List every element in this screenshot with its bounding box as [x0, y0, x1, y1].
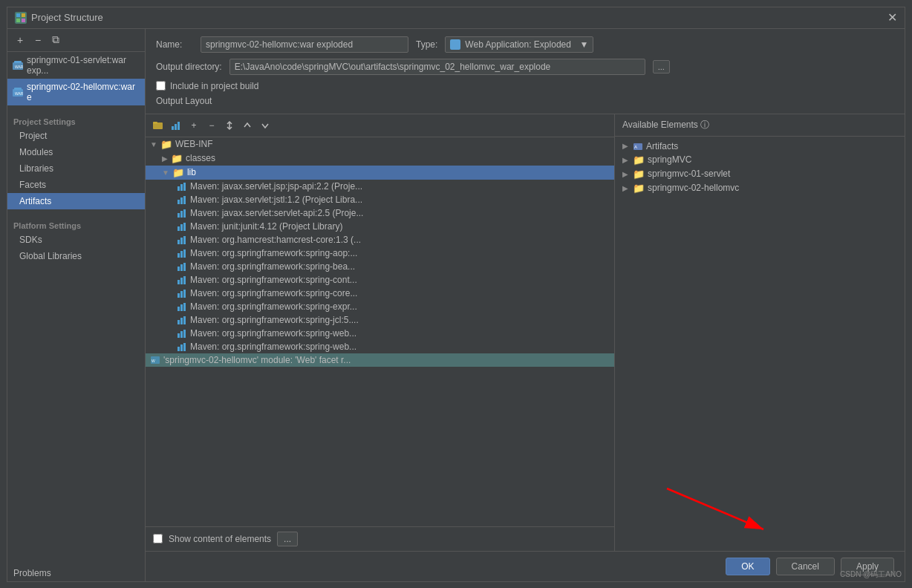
layout-remove-btn[interactable]: − — [203, 117, 220, 134]
tree-item-maven-13[interactable]: Maven: org.springframework:spring-web... — [146, 340, 614, 353]
avail-item-springmvc02[interactable]: ▶ 📁 springmvc-02-hellomvc — [615, 181, 905, 195]
sidebar-item-project[interactable]: Project — [7, 128, 145, 144]
avail-springmvc-label: springMVC — [648, 154, 691, 165]
springmvc-folder-icon: 📁 — [633, 154, 645, 166]
maven-label-6: Maven: org.springframework:spring-aop:..… — [190, 248, 357, 258]
copy-artifact-button[interactable]: ⧉ — [48, 32, 64, 48]
sidebar-item-facets[interactable]: Facets — [7, 177, 145, 193]
tree-item-maven-9[interactable]: Maven: org.springframework:spring-core..… — [146, 287, 614, 300]
watermark: CSDN @码工ANO — [840, 569, 902, 580]
sidebar-item-global-libraries[interactable]: Global Libraries — [7, 248, 145, 264]
webinf-expand-arrow[interactable]: ▼ — [150, 140, 157, 148]
add-artifact-button[interactable]: + — [12, 32, 28, 48]
tree-item-classes[interactable]: ▶ 📁 classes — [146, 151, 614, 166]
artifacts-expand-arrow[interactable]: ▶ — [622, 142, 628, 150]
name-input[interactable] — [201, 36, 408, 53]
avail-artifacts-label: Artifacts — [646, 141, 678, 151]
layout-down-btn[interactable] — [257, 117, 273, 134]
tree-item-maven-12[interactable]: Maven: org.springframework:spring-web... — [146, 327, 614, 340]
artifact-item-1[interactable]: WAR springmvc-01-servlet:war exp... — [7, 52, 145, 79]
artifact-item-2[interactable]: WAR springmvc-02-hellomvc:war e — [7, 79, 145, 105]
classes-expand-arrow[interactable]: ▶ — [162, 154, 168, 163]
springmvc02-expand-arrow[interactable]: ▶ — [622, 184, 628, 192]
sidebar-item-problems[interactable]: Problems — [7, 565, 145, 581]
artifact-icon-1: WAR — [12, 59, 24, 71]
svg-rect-41 — [180, 291, 183, 298]
maven-lib-icon-12 — [177, 328, 187, 339]
avail-item-artifacts[interactable]: ▶ A Artifacts — [615, 140, 905, 153]
svg-text:W: W — [152, 359, 155, 363]
tree-item-maven-1[interactable]: Maven: javax.servlet.jsp:jsp-api:2.2 (Pr… — [146, 180, 614, 193]
svg-rect-32 — [180, 251, 183, 258]
sidebar-item-libraries[interactable]: Libraries — [7, 160, 145, 177]
tree-item-maven-6[interactable]: Maven: org.springframework:spring-aop:..… — [146, 246, 614, 260]
sidebar: + − ⧉ WAR springmvc-01-servlet:war exp..… — [7, 29, 146, 581]
tree-item-maven-5[interactable]: Maven: org.hamcrest:hamcrest-core:1.3 (.… — [146, 233, 614, 246]
webinf-folder-icon: 📁 — [160, 139, 172, 150]
tree-item-maven-10[interactable]: Maven: org.springframework:spring-expr..… — [146, 300, 614, 313]
tree-item-maven-11[interactable]: Maven: org.springframework:spring-jcl:5.… — [146, 313, 614, 327]
layout-sort-btn[interactable] — [221, 117, 238, 134]
maven-lib-icon-11 — [177, 315, 187, 325]
include-in-build-label: Include in project build — [170, 81, 258, 91]
maven-lib-icon-2 — [177, 195, 187, 205]
sidebar-item-modules[interactable]: Modules — [7, 144, 145, 160]
maven-label-12: Maven: org.springframework:spring-web... — [190, 328, 356, 339]
show-content-checkbox[interactable] — [153, 534, 163, 543]
available-elements-title: Available Elements ⓘ — [622, 119, 709, 131]
svg-rect-43 — [177, 307, 180, 311]
avail-item-springmvc01[interactable]: ▶ 📁 springmvc-01-servlet — [615, 167, 905, 181]
output-layout-label: Output Layout — [156, 96, 894, 106]
springmvc01-folder-icon: 📁 — [633, 169, 645, 180]
svg-rect-49 — [177, 333, 180, 338]
tree-item-maven-4[interactable]: Maven: junit:junit:4.12 (Project Library… — [146, 220, 614, 233]
maven-lib-icon-6 — [177, 248, 187, 258]
avail-item-springmvc[interactable]: ▶ 📁 springMVC — [615, 153, 905, 167]
avail-springmvc01-label: springmvc-01-servlet — [648, 169, 730, 179]
tree-item-maven-2[interactable]: Maven: javax.servlet:jstl:1.2 (Project L… — [146, 193, 614, 206]
tree-item-maven-7[interactable]: Maven: org.springframework:spring-bea... — [146, 260, 614, 273]
available-elements-header: Available Elements ⓘ — [615, 114, 905, 137]
svg-rect-39 — [183, 276, 186, 284]
close-button[interactable]: ✕ — [887, 12, 897, 24]
svg-rect-2 — [16, 19, 20, 22]
webinf-label: WEB-INF — [175, 139, 213, 149]
browse-output-button[interactable]: ... — [653, 60, 670, 74]
lib-expand-arrow[interactable]: ▼ — [162, 169, 169, 177]
layout-up-btn[interactable] — [239, 117, 255, 134]
tree-item-lib[interactable]: ▼ 📁 lib — [146, 166, 614, 180]
svg-text:A: A — [634, 145, 637, 149]
svg-rect-30 — [183, 236, 186, 244]
remove-artifact-button[interactable]: − — [30, 32, 46, 48]
title-bar: Project Structure ✕ — [7, 7, 905, 29]
ok-button[interactable]: OK — [726, 558, 769, 575]
include-in-build-checkbox[interactable] — [156, 81, 166, 91]
tree-item-maven-3[interactable]: Maven: javax.servlet:servlet-api:2.5 (Pr… — [146, 206, 614, 220]
svg-rect-1 — [22, 13, 25, 17]
svg-rect-12 — [172, 126, 174, 130]
layout-add-btn[interactable]: + — [186, 117, 202, 134]
tree-item-webinf[interactable]: ▼ 📁 WEB-INF — [146, 137, 614, 151]
layout-bar-btn[interactable] — [168, 117, 184, 134]
layout-folder-btn[interactable] — [150, 117, 166, 134]
tree-item-module-web[interactable]: W 'springmvc-02-hellomvc' module: 'Web' … — [146, 353, 614, 367]
springmvc01-expand-arrow[interactable]: ▶ — [622, 170, 628, 178]
show-content-label[interactable]: Show content of elements — [169, 534, 271, 544]
artifact-label-2: springmvc-02-hellomvc:war e — [27, 82, 140, 102]
layout-toolbar: + − — [146, 114, 614, 137]
svg-rect-29 — [180, 238, 183, 244]
output-dir-input[interactable] — [229, 59, 645, 75]
more-options-button[interactable]: ... — [277, 532, 298, 546]
tree-item-maven-8[interactable]: Maven: org.springframework:spring-cont..… — [146, 273, 614, 287]
springmvc-expand-arrow[interactable]: ▶ — [622, 156, 628, 164]
maven-label-13: Maven: org.springframework:spring-web... — [190, 342, 356, 352]
include-build-row: Include in project build — [156, 81, 894, 91]
maven-lib-icon-8 — [177, 275, 187, 285]
type-select[interactable]: Web Application: Exploded ▼ — [445, 36, 593, 53]
maven-label-5: Maven: org.hamcrest:hamcrest-core:1.3 (.… — [190, 235, 361, 245]
sidebar-item-sdks[interactable]: SDKs — [7, 232, 145, 248]
svg-rect-8 — [14, 88, 22, 90]
maven-label-1: Maven: javax.servlet.jsp:jsp-api:2.2 (Pr… — [190, 181, 362, 192]
sidebar-item-artifacts[interactable]: Artifacts — [7, 193, 145, 209]
cancel-button[interactable]: Cancel — [776, 558, 835, 575]
